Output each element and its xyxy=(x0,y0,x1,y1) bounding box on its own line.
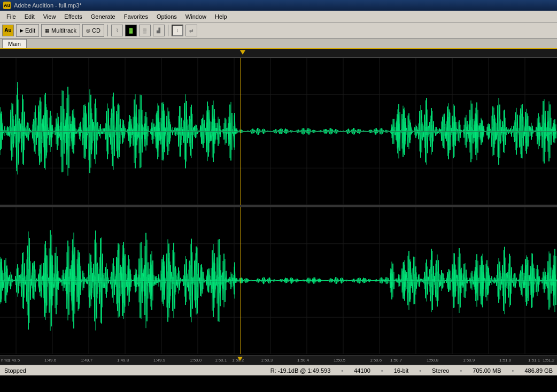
time-label-8: 1:50.3 xyxy=(261,358,273,363)
waveform-canvas-top xyxy=(0,58,557,205)
app-title: Adobe Audition - full.mp3* xyxy=(14,2,82,9)
tabbar: Main xyxy=(0,39,557,49)
zoom-cursor-icon[interactable]: ↕ xyxy=(172,25,183,36)
time-label-2: 1:49.7 xyxy=(81,358,92,363)
menu-file[interactable]: File xyxy=(2,12,20,21)
menu-effects[interactable]: Effects xyxy=(60,12,86,21)
toolbar-sep-2 xyxy=(168,25,168,36)
edit-button[interactable]: ▶ Edit xyxy=(16,24,39,37)
tab-main[interactable]: Main xyxy=(2,39,27,48)
menu-generate[interactable]: Generate xyxy=(87,12,120,21)
toolbar: Au ▶ Edit ▦ Multitrack ◎ CD ⌇ ▓ ▒ ▟ ↕ ⇄ xyxy=(0,22,557,39)
timescale: 1:49.51:49.61:49.71:49.81:49.91:50.01:50… xyxy=(0,355,557,365)
time-label-13: 1:50.8 xyxy=(427,358,438,363)
status-sep-1: • xyxy=(341,367,343,374)
time-label-5: 1:50.0 xyxy=(190,358,202,363)
time-label-11: 1:50.6 xyxy=(370,358,382,363)
time-label-15: 1:51.0 xyxy=(499,358,511,363)
time-label-4: 1:49.9 xyxy=(153,358,165,363)
status-sep-3: • xyxy=(419,367,421,374)
status-left: Stopped xyxy=(4,367,26,374)
status-sep-2: • xyxy=(381,367,383,374)
statusbar: Stopped R: -19.1dB @ 1:49.593 • 44100 • … xyxy=(0,365,557,375)
status-samplerate: 44100 xyxy=(354,367,370,374)
au-logo-icon: Au xyxy=(2,25,14,36)
cd-button[interactable]: ◎ CD xyxy=(82,24,104,37)
time-label-0: 1:49.5 xyxy=(8,358,20,363)
time-label-3: 1:49.8 xyxy=(117,358,129,363)
time-label-14: 1:50.9 xyxy=(463,358,475,363)
waveform-icon[interactable]: ⌇ xyxy=(111,25,123,36)
time-ruler xyxy=(0,49,557,58)
status-filesize: 705.00 MB xyxy=(473,367,501,374)
edit-icon: ▶ xyxy=(20,28,24,33)
phase-meter-icon[interactable]: ▟ xyxy=(153,25,165,36)
channel-bottom xyxy=(0,207,557,354)
waveform-container[interactable] xyxy=(0,58,557,355)
titlebar: Au Adobe Audition - full.mp3* xyxy=(0,0,557,11)
menu-window[interactable]: Window xyxy=(181,12,211,21)
menu-favorites[interactable]: Favorites xyxy=(120,12,152,21)
time-label-1: 1:49.6 xyxy=(44,358,56,363)
spectral-phase-icon[interactable]: ▒ xyxy=(139,25,151,36)
status-state: Stopped xyxy=(4,367,26,374)
spectrum-icon[interactable]: ▓ xyxy=(125,25,137,36)
status-channels: Stereo xyxy=(432,367,449,374)
status-right: R: -19.1dB @ 1:49.593 • 44100 • 16-bit •… xyxy=(270,367,553,374)
menubar: File Edit View Effects Generate Favorite… xyxy=(0,11,557,22)
time-label-17: 1:51.2 xyxy=(543,358,554,363)
status-level: R: -19.1dB @ 1:49.593 xyxy=(270,367,331,374)
menu-options[interactable]: Options xyxy=(152,12,181,21)
menu-view[interactable]: View xyxy=(39,12,60,21)
menu-edit[interactable]: Edit xyxy=(20,12,39,21)
time-label-10: 1:50.5 xyxy=(334,358,345,363)
waveform-canvas-bottom xyxy=(0,207,557,354)
playhead-marker xyxy=(240,50,245,55)
time-label-16: 1:51.1 xyxy=(528,358,540,363)
channel-top xyxy=(0,58,557,205)
status-diskspace: 486.89 GB xyxy=(524,367,553,374)
status-sep-5: • xyxy=(512,367,514,374)
time-label-9: 1:50.4 xyxy=(297,358,309,363)
cd-icon: ◎ xyxy=(86,28,90,33)
multitrack-button[interactable]: ▦ Multitrack xyxy=(41,24,80,37)
menu-help[interactable]: Help xyxy=(211,12,231,21)
timescale-playhead xyxy=(237,357,243,361)
toolbar-sep-1 xyxy=(107,25,108,36)
status-sep-4: • xyxy=(460,367,462,374)
status-bitdepth: 16-bit xyxy=(394,367,409,374)
scrub-icon[interactable]: ⇄ xyxy=(185,25,197,36)
app-logo: Au xyxy=(3,2,11,9)
multitrack-icon: ▦ xyxy=(45,28,50,33)
time-label-12: 1:50.7 xyxy=(390,358,402,363)
time-label-6: 1:50.1 xyxy=(215,358,227,363)
time-unit-label: hms xyxy=(1,358,9,363)
